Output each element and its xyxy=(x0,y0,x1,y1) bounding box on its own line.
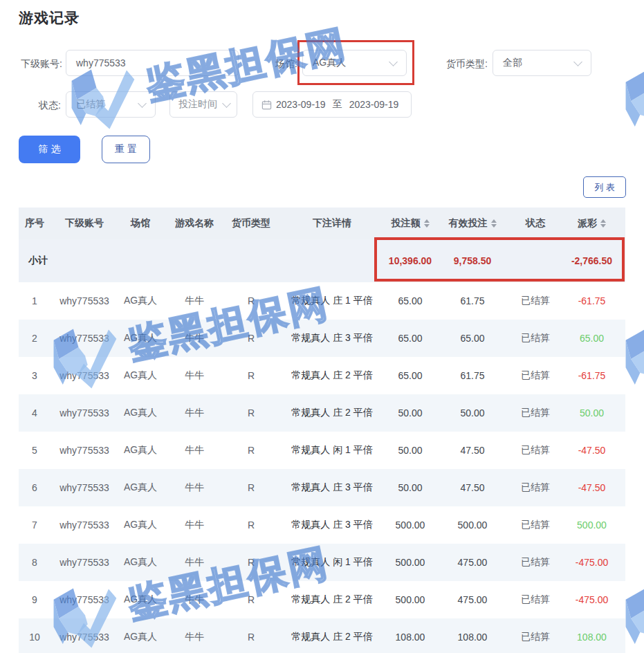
cell-valid: 108.00 xyxy=(432,618,513,653)
table-row: 8why775533AG真人牛牛R常规真人 闲 1 平倍500.00475.00… xyxy=(19,544,625,581)
col-header-label: 投注额 xyxy=(392,217,421,228)
cell-status: 已结算 xyxy=(513,320,558,357)
col-header-label: 游戏名称 xyxy=(175,217,214,228)
col-header-no: 序号 xyxy=(19,208,50,239)
currency-select[interactable]: 全部 xyxy=(493,50,591,76)
date-range-picker[interactable]: 2023-09-19 至 2023-09-19 xyxy=(252,91,412,118)
cell-game: 牛牛 xyxy=(163,618,226,653)
cell-bet: 500.00 xyxy=(388,581,432,618)
time-type-value: 投注时间 xyxy=(170,98,223,111)
cell-venue: AG真人 xyxy=(118,544,163,581)
cell-detail: 常规真人 庄 1 平倍 xyxy=(276,282,388,320)
col-header-label: 货币类型 xyxy=(232,217,270,228)
cell-currency: R xyxy=(226,357,276,394)
subtotal-label: 小计 xyxy=(19,239,388,282)
sort-payout-control[interactable] xyxy=(600,219,606,228)
cell-account: why775533 xyxy=(50,394,118,432)
date-end: 2023-09-19 xyxy=(349,99,399,110)
cell-game: 牛牛 xyxy=(163,469,226,506)
cell-venue: AG真人 xyxy=(118,469,163,506)
cell-detail: 常规真人 庄 3 平倍 xyxy=(276,320,388,357)
time-type-select[interactable]: 投注时间 xyxy=(169,91,237,118)
cell-no: 3 xyxy=(19,357,50,394)
cell-currency: R xyxy=(226,618,276,653)
table-row: 3why775533AG真人牛牛R常规真人 庄 2 平倍65.0061.75已结… xyxy=(19,357,625,394)
cell-currency: R xyxy=(226,282,276,320)
sort-valid-control[interactable] xyxy=(491,219,497,228)
cell-currency: R xyxy=(226,394,276,432)
status-select[interactable]: 已结算 xyxy=(66,91,156,118)
cell-bet: 65.00 xyxy=(388,320,432,357)
col-header-label: 场馆 xyxy=(131,217,150,228)
account-input-value: why775533 xyxy=(66,57,238,68)
date-separator: 至 xyxy=(333,98,342,111)
venue-select-value: AG真人 xyxy=(303,57,390,69)
table-row: 5why775533AG真人牛牛R常规真人 闲 1 平倍50.0047.50已结… xyxy=(19,432,625,469)
col-header-payout: 派彩 xyxy=(558,208,625,239)
cell-game: 牛牛 xyxy=(163,282,226,320)
cell-detail: 常规真人 庄 2 平倍 xyxy=(276,581,388,618)
cell-bet: 50.00 xyxy=(388,432,432,469)
col-header-status: 状态 xyxy=(513,208,558,239)
cell-venue: AG真人 xyxy=(118,357,163,394)
cell-currency: R xyxy=(226,432,276,469)
cell-account: why775533 xyxy=(50,357,118,394)
cell-currency: R xyxy=(226,320,276,357)
cell-bet: 500.00 xyxy=(388,544,432,581)
cell-no: 5 xyxy=(19,432,50,469)
cell-valid: 500.00 xyxy=(432,506,513,544)
page-title: 游戏记录 xyxy=(19,8,80,28)
cell-account: why775533 xyxy=(50,320,118,357)
cell-game: 牛牛 xyxy=(163,357,226,394)
table-row: 9why775533AG真人牛牛R常规真人 庄 2 平倍500.00475.00… xyxy=(19,581,625,618)
chevron-down-icon xyxy=(573,57,582,66)
cell-valid: 61.75 xyxy=(432,282,513,320)
cell-bet: 50.00 xyxy=(388,469,432,506)
cell-valid: 47.50 xyxy=(432,432,513,469)
cell-venue: AG真人 xyxy=(118,581,163,618)
chevron-down-icon xyxy=(222,99,231,108)
cell-valid: 475.00 xyxy=(432,581,513,618)
cell-payout: 65.00 xyxy=(558,320,625,357)
cell-bet: 65.00 xyxy=(388,357,432,394)
col-header-label: 下注详情 xyxy=(313,217,351,228)
sort-bet-control[interactable] xyxy=(424,219,430,228)
col-header-account: 下级账号 xyxy=(50,208,118,239)
chevron-down-icon xyxy=(138,99,147,108)
cell-venue: AG真人 xyxy=(118,506,163,544)
cell-payout: 50.00 xyxy=(558,394,625,432)
cell-account: why775533 xyxy=(50,544,118,581)
cell-valid: 65.00 xyxy=(432,320,513,357)
account-input[interactable]: why775533 xyxy=(66,50,239,76)
reset-button[interactable]: 重 置 xyxy=(102,136,150,163)
list-view-button[interactable]: 列 表 xyxy=(583,176,626,198)
cell-bet: 50.00 xyxy=(388,394,432,432)
col-header-game: 游戏名称 xyxy=(163,208,226,239)
cell-currency: R xyxy=(226,469,276,506)
filter-button[interactable]: 筛 选 xyxy=(19,136,80,163)
table-body: 小计10,396.009,758.50-2,766.501why775533AG… xyxy=(19,239,625,653)
cell-payout: 500.00 xyxy=(558,506,625,544)
cell-account: why775533 xyxy=(50,469,118,506)
cell-no: 2 xyxy=(19,320,50,357)
cell-status: 已结算 xyxy=(513,394,558,432)
subtotal-empty xyxy=(513,239,558,282)
cell-game: 牛牛 xyxy=(163,544,226,581)
cell-currency: R xyxy=(226,581,276,618)
table-row: 6why775533AG真人牛牛R常规真人 庄 3 平倍50.0047.50已结… xyxy=(19,469,625,506)
cell-account: why775533 xyxy=(50,506,118,544)
account-label: 下级账号: xyxy=(17,50,62,77)
cell-detail: 常规真人 庄 2 平倍 xyxy=(276,394,388,432)
cell-account: why775533 xyxy=(50,432,118,469)
cell-no: 6 xyxy=(19,469,50,506)
col-header-label: 有效投注 xyxy=(449,217,488,228)
cell-status: 已结算 xyxy=(513,469,558,506)
cell-status: 已结算 xyxy=(513,432,558,469)
col-header-label: 序号 xyxy=(25,217,44,228)
calendar-icon xyxy=(261,100,272,110)
venue-select[interactable]: AG真人 xyxy=(302,50,407,76)
col-header-currency: 货币类型 xyxy=(226,208,276,239)
col-header-label: 状态 xyxy=(526,217,545,228)
cell-payout: 108.00 xyxy=(558,618,625,653)
cell-venue: AG真人 xyxy=(118,394,163,432)
